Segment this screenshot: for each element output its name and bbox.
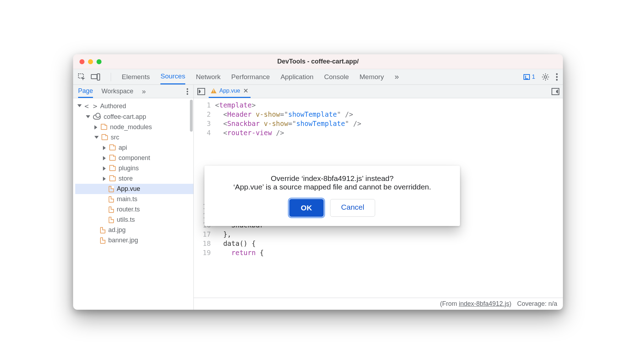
tree-domain[interactable]: coffee-cart.app xyxy=(75,112,193,122)
svg-point-6 xyxy=(556,79,558,81)
tree-label: src xyxy=(111,134,119,141)
file-tab-label: App.vue xyxy=(219,88,240,94)
source-map-link[interactable]: index-8bfa4912.js xyxy=(459,300,509,307)
tree-utils-ts[interactable]: utils.ts xyxy=(75,215,193,225)
tree-banner-jpg[interactable]: banner.jpg xyxy=(75,235,193,246)
coverage-label: Coverage: n/a xyxy=(517,300,557,308)
tree-main-ts[interactable]: main.ts xyxy=(75,194,193,204)
file-icon xyxy=(109,206,114,213)
tab-elements[interactable]: Elements xyxy=(122,69,150,84)
tree-store[interactable]: store xyxy=(75,173,193,184)
source-map-from: (From index-8bfa4912.js) xyxy=(440,300,511,308)
tree-label: api xyxy=(119,144,127,151)
tab-network[interactable]: Network xyxy=(196,69,221,84)
inspect-icon[interactable] xyxy=(78,73,86,81)
brackets-icon: < > xyxy=(84,102,97,110)
tree-components[interactable]: component xyxy=(75,153,193,163)
warning-icon xyxy=(211,88,216,93)
tree-ad-jpg[interactable]: ad.jpg xyxy=(75,225,193,235)
tab-performance[interactable]: Performance xyxy=(231,69,270,84)
tree-router-ts[interactable]: router.ts xyxy=(75,204,193,215)
file-icon xyxy=(109,217,114,223)
tree-label: utils.ts xyxy=(117,216,135,224)
file-tree: < > Authored coffee-cart.app node_module… xyxy=(73,98,193,310)
navigator-tabs: Page Workspace » xyxy=(73,85,193,98)
issues-icon xyxy=(523,74,530,80)
editor-tabs: App.vue ✕ xyxy=(194,85,563,98)
svg-point-4 xyxy=(556,73,558,75)
file-icon xyxy=(109,186,114,192)
navigator-sidebar: Page Workspace » < > Authored coffee-car… xyxy=(73,85,194,310)
file-icon xyxy=(100,227,105,233)
titlebar: DevTools - coffee-cart.app/ xyxy=(73,54,563,69)
more-tabs-icon[interactable]: » xyxy=(395,72,399,82)
navigator-more-icon[interactable]: » xyxy=(142,87,146,95)
dialog-message: ‘App.vue’ is a source mapped file and ca… xyxy=(214,183,450,191)
tree-label: main.ts xyxy=(117,195,137,203)
tree-label: Authored xyxy=(100,103,126,110)
tree-label: App.vue xyxy=(117,185,140,193)
navigator-tab-page[interactable]: Page xyxy=(78,85,93,98)
folder-icon xyxy=(109,166,116,171)
scrollbar[interactable] xyxy=(190,100,193,132)
override-dialog: Override ‘index-8bfa4912.js’ instead? ‘A… xyxy=(204,166,460,226)
issues-badge[interactable]: 1 xyxy=(523,73,535,81)
file-icon xyxy=(109,196,114,203)
svg-rect-2 xyxy=(97,74,100,80)
svg-point-8 xyxy=(187,90,188,92)
svg-rect-1 xyxy=(91,75,97,79)
window-title: DevTools - coffee-cart.app/ xyxy=(73,58,563,65)
folder-icon xyxy=(101,125,107,130)
folder-icon xyxy=(102,135,108,140)
statusbar: (From index-8bfa4912.js) Coverage: n/a xyxy=(194,298,563,310)
devtools-window: DevTools - coffee-cart.app/ Elements Sou… xyxy=(73,54,563,310)
dialog-title: Override ‘index-8bfa4912.js’ instead? xyxy=(214,174,450,183)
file-tab-app-vue[interactable]: App.vue ✕ xyxy=(209,85,251,98)
folder-icon xyxy=(109,145,116,150)
main-tabstrip: Elements Sources Network Performance App… xyxy=(73,69,563,85)
tree-label: node_modules xyxy=(110,123,152,131)
navigator-menu-icon[interactable] xyxy=(186,88,188,95)
kebab-menu-icon[interactable] xyxy=(556,73,558,81)
tab-console[interactable]: Console xyxy=(324,69,349,84)
svg-point-9 xyxy=(187,93,188,94)
close-tab-icon[interactable]: ✕ xyxy=(243,87,248,95)
tree-plugins[interactable]: plugins xyxy=(75,163,193,173)
svg-point-5 xyxy=(556,76,558,78)
tree-label: component xyxy=(119,154,150,162)
issues-count: 1 xyxy=(532,73,535,81)
toggle-debugger-icon[interactable] xyxy=(552,88,559,95)
ok-button[interactable]: OK xyxy=(289,199,324,217)
tab-application[interactable]: Application xyxy=(280,69,313,84)
tree-label: plugins xyxy=(119,165,139,172)
navigator-tab-workspace[interactable]: Workspace xyxy=(102,85,133,98)
tree-label: banner.jpg xyxy=(108,237,138,244)
toggle-navigator-icon[interactable] xyxy=(197,88,205,95)
file-icon xyxy=(100,237,105,244)
tree-node-modules[interactable]: node_modules xyxy=(75,122,193,132)
tree-label: store xyxy=(119,175,133,182)
tab-sources[interactable]: Sources xyxy=(160,69,185,84)
tab-memory[interactable]: Memory xyxy=(360,69,384,84)
cloud-icon xyxy=(93,115,101,120)
svg-point-7 xyxy=(187,88,188,89)
tree-src[interactable]: src xyxy=(75,132,193,143)
cancel-button[interactable]: Cancel xyxy=(330,199,375,217)
tree-label: ad.jpg xyxy=(108,226,126,234)
settings-icon[interactable] xyxy=(542,73,549,81)
tree-app-vue[interactable]: App.vue xyxy=(75,184,193,194)
tree-authored[interactable]: < > Authored xyxy=(75,100,193,112)
folder-icon xyxy=(109,176,116,181)
device-icon[interactable] xyxy=(91,73,100,81)
svg-point-3 xyxy=(544,76,547,78)
tree-label: coffee-cart.app xyxy=(104,113,146,121)
tree-api[interactable]: api xyxy=(75,143,193,153)
tree-label: router.ts xyxy=(117,206,140,213)
folder-icon xyxy=(109,156,116,161)
